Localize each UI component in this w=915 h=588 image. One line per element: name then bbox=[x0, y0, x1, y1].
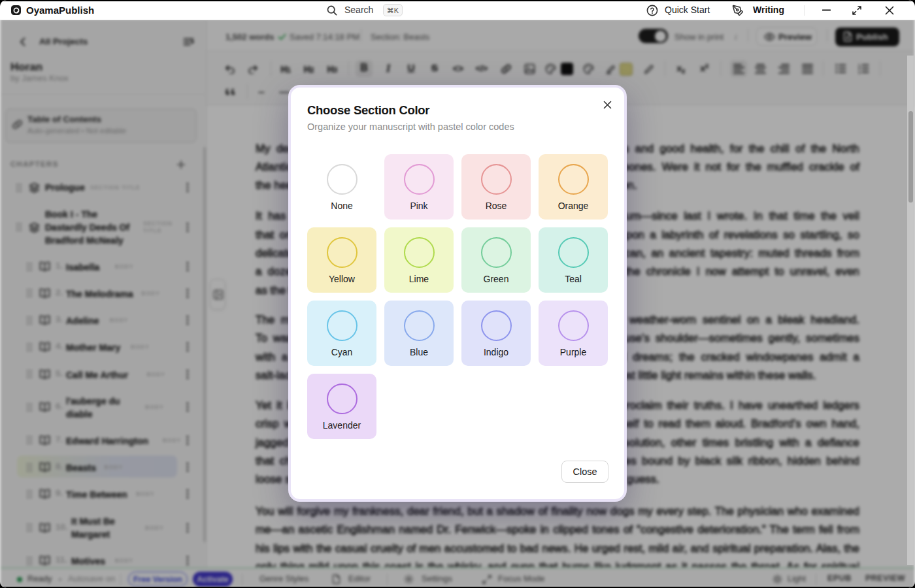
svg-text:3.: 3. bbox=[858, 71, 861, 74]
